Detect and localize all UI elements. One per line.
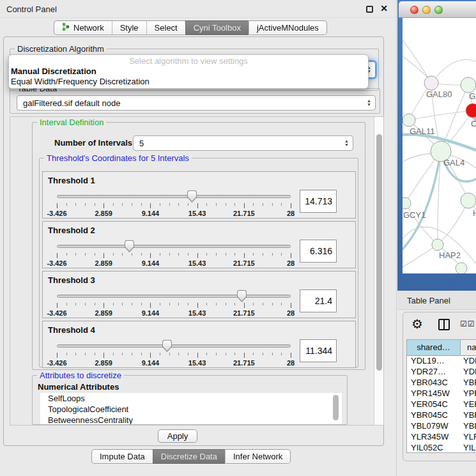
network-node-h[interactable] (461, 193, 476, 208)
close-icon[interactable]: ✕ (380, 3, 388, 13)
cell-shared-name: YBL079W (407, 421, 461, 432)
slider-tick-labels: -3.4262.8599.14415.4321.71528 (57, 309, 291, 317)
tab-select[interactable]: Select (146, 20, 185, 35)
tab-cyni-toolbox[interactable]: Cyni Toolbox (185, 20, 249, 35)
zoom-traffic-light[interactable] (434, 6, 443, 14)
network-node-gcy1[interactable] (403, 197, 411, 209)
float-window-icon[interactable] (366, 6, 373, 13)
scrollbar-track[interactable] (374, 117, 383, 425)
network-node-hap2[interactable] (432, 239, 443, 250)
scrollbar-thumb[interactable] (376, 134, 382, 371)
table-row[interactable]: YBL079WYBL0 (407, 421, 476, 432)
slider-track[interactable] (57, 245, 291, 248)
attribute-item-selfloops[interactable]: SelfLoops (40, 393, 342, 404)
column-header-name[interactable]: na (461, 340, 476, 355)
cell-name: YBR0 (461, 378, 476, 388)
slider-thumb[interactable] (237, 290, 247, 302)
table-row[interactable]: YBR043CYBR0 (407, 378, 476, 388)
slider-track[interactable] (57, 344, 291, 348)
network-node-ga[interactable] (461, 77, 476, 93)
cell-shared-name: YDL19… (407, 356, 461, 367)
dropdown-option-manual-discretization[interactable]: Manual Discretization (9, 66, 368, 77)
numerical-attributes-list[interactable]: SelfLoopsTopologicalCoefficientBetweenne… (40, 393, 342, 424)
thresholds-group: Threshold's Coordinates for 5 Intervals … (39, 158, 358, 367)
network-node-c[interactable] (466, 104, 476, 118)
threshold-label: Threshold 3 (48, 275, 95, 285)
cell-shared-name: YER054C (407, 399, 461, 410)
table-row[interactable]: YDL19…YDL1 (407, 356, 476, 367)
attribute-item-betweennesscentrality[interactable]: BetweennessCentrality (40, 415, 342, 424)
tab-network[interactable]: Network (54, 20, 112, 35)
attribute-item-topologicalcoefficient[interactable]: TopologicalCoefficient (40, 404, 342, 415)
group-title: Interval Definition (37, 118, 106, 127)
slider-thumb[interactable] (187, 190, 197, 203)
cell-name: YIL0 (461, 443, 476, 453)
tab-infer-network[interactable]: Infer Network (225, 449, 291, 464)
tab-discretize-data[interactable]: Discretize Data (153, 449, 225, 464)
table-row[interactable]: YLR345WYLR3 (407, 432, 476, 443)
slider-tick-labels: -3.4262.8599.14415.4321.71528 (57, 359, 291, 367)
dropdown-options: Manual DiscretizationEqual Width/Frequen… (9, 66, 368, 87)
network-canvas[interactable]: GAL80GACGAL11GAL4GCY1HHAP2 (403, 18, 476, 273)
cell-name: YDL1 (461, 356, 476, 367)
table-row[interactable]: YER054CYER0 (407, 399, 476, 410)
table-row[interactable]: YPR145WYPR1 (407, 388, 476, 399)
control-panel-titlebar: Control Panel ✕ (0, 0, 396, 18)
list-scrollbar-thumb[interactable] (333, 395, 339, 420)
group-title: Attributes to discretize (37, 371, 124, 380)
node-label: GA (469, 91, 476, 101)
checkboxes-icon[interactable]: ☑☑ (460, 319, 475, 328)
slider-thumb[interactable] (125, 240, 134, 252)
tab-label: Discretize Data (161, 452, 217, 461)
interval-definition-group: Interval Definition Number of Intervals … (32, 122, 365, 370)
cell-shared-name: YBR045C (407, 410, 461, 421)
gear-icon[interactable]: ⚙ (411, 316, 423, 332)
minimize-traffic-light[interactable] (422, 6, 431, 14)
threshold-2-panel: Threshold 2-3.4262.8599.14415.4321.71528… (42, 221, 356, 268)
cell-shared-name: YDR27… (407, 367, 461, 378)
table-row[interactable]: YDR27…YDR2 (407, 367, 476, 378)
tab-label: Cyni Toolbox (194, 23, 241, 33)
tab-jactivemnodules[interactable]: jActiveMNodules (249, 20, 327, 35)
threshold-value-field[interactable]: 14.713 (300, 190, 337, 213)
network-node-gal80[interactable] (424, 76, 438, 90)
node-label: GCY1 (403, 210, 426, 220)
table-data-select[interactable]: galFiltered.sif default node ▲▼ (17, 95, 376, 111)
cell-shared-name: YIL052C (407, 443, 461, 453)
slider-track[interactable] (57, 195, 291, 198)
table-row[interactable]: YIL052CYIL0 (407, 443, 476, 453)
tab-label: Select (155, 23, 178, 33)
dropdown-option-equal-width-frequency-discretization[interactable]: Equal Width/Frequency Discretization (9, 77, 368, 87)
slider-thumb[interactable] (162, 340, 172, 352)
stepper-icon: ▲▼ (365, 99, 373, 107)
slider-track[interactable] (57, 295, 291, 298)
threshold-value-field[interactable]: 6.316 (300, 240, 337, 263)
apply-button[interactable]: Apply (158, 429, 197, 443)
threshold-value-field[interactable]: 11.344 (300, 339, 337, 362)
column-header-shared-name[interactable]: shared… (407, 340, 461, 355)
node-label: H (473, 208, 476, 218)
number-of-intervals-select[interactable]: 5 ▲▼ (133, 135, 353, 151)
cell-name: YBL0 (461, 421, 476, 432)
group-title: Threshold's Coordinates for 5 Intervals (44, 153, 192, 163)
network-node[interactable] (456, 263, 467, 273)
tab-style[interactable]: Style (112, 20, 146, 35)
cell-name: YER0 (461, 399, 476, 410)
tab-label: Style (120, 23, 139, 33)
tab-impute-data[interactable]: Impute Data (91, 449, 153, 464)
table-row[interactable]: YBR045CYBR0 (407, 410, 476, 421)
threshold-3-slider: -3.4262.8599.14415.4321.71528 (57, 289, 291, 318)
slider-ticks (57, 353, 291, 358)
screen: Control Panel ✕ NetworkStyleSelectCyni T… (0, 0, 476, 476)
threshold-value-field[interactable]: 21.4 (300, 289, 337, 312)
columns-icon[interactable] (438, 319, 450, 330)
control-panel: Control Panel ✕ NetworkStyleSelectCyni T… (0, 0, 397, 476)
network-window: GAL80GACGAL11GAL4GCY1HHAP2 (397, 0, 476, 291)
numerical-attributes-label: Numerical Attributes (38, 382, 119, 392)
network-node-gal11[interactable] (403, 114, 415, 127)
panel-title: Control Panel (6, 4, 57, 14)
cyni-toolbox-content: Discretization Algorithm ▲▼ Table Data g… (3, 36, 384, 446)
table-data-value: galFiltered.sif default node (23, 98, 120, 108)
close-traffic-light[interactable] (410, 6, 418, 14)
cell-name: YBR0 (461, 410, 476, 421)
